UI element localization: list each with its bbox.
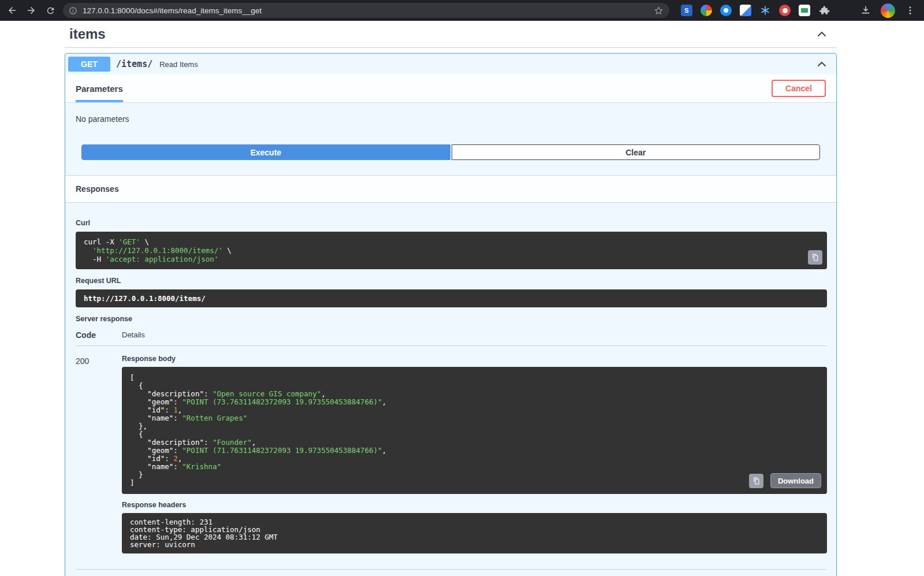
documented-responses-header: Responses — [76, 569, 827, 576]
parameters-tab-label: Parameters — [76, 84, 123, 94]
operation-summary[interactable]: GET /items/ Read Items — [65, 54, 836, 75]
copy-response-button[interactable] — [749, 474, 763, 488]
reload-icon — [46, 6, 55, 16]
tag-title: items — [69, 26, 106, 42]
extension-mail-icon[interactable] — [799, 5, 810, 16]
menu-dots-icon — [905, 5, 915, 16]
extensions-row: S — [681, 5, 830, 16]
execute-button[interactable]: Execute — [81, 144, 450, 160]
extension-pinwheel-icon[interactable] — [701, 5, 712, 16]
response-details: Response body [ { "description": "Open s… — [122, 355, 827, 561]
operation-body: Parameters Cancel No parameters Execute … — [65, 75, 836, 576]
reload-button[interactable] — [43, 3, 57, 17]
extension-blue-circle-dot — [724, 8, 728, 13]
extension-s-letter: S — [684, 7, 688, 14]
response-headers-text: content-length: 231content-type: applica… — [130, 518, 819, 548]
details-column-header: Details — [122, 330, 827, 340]
site-info-icon[interactable] — [69, 6, 77, 15]
extension-pages-icon[interactable] — [740, 5, 751, 16]
swagger-content: items GET /items/ Read Items Parameters — [65, 21, 837, 576]
response-body-block: [ { "description": "Open source GIS comp… — [122, 367, 827, 494]
chevron-up-icon — [816, 28, 828, 40]
no-parameters-text: No parameters — [76, 114, 826, 124]
browser-toolbar: 127.0.0.1:8000/docs#/items/read_items_it… — [0, 0, 924, 21]
back-button[interactable] — [5, 3, 19, 17]
forward-button[interactable] — [24, 3, 38, 17]
execute-wrapper: Execute Clear — [65, 144, 836, 175]
copy-curl-button[interactable] — [808, 250, 822, 265]
operation-block-get-items: GET /items/ Read Items Parameters Cancel… — [65, 53, 837, 576]
swagger-docs-page: items GET /items/ Read Items Parameters — [0, 21, 924, 576]
live-response-row: 200 Response body [ { "description": "Op… — [76, 346, 827, 561]
responses-section-header: Responses — [65, 175, 836, 203]
extension-mail-band — [801, 8, 808, 13]
server-response-label: Server response — [76, 315, 827, 324]
responses-title: Responses — [76, 184, 826, 194]
extension-red-circle-dot — [783, 8, 788, 13]
response-headers-block: content-length: 231content-type: applica… — [122, 513, 827, 553]
request-url-text: http://127.0.0.1:8000/items/ — [84, 294, 819, 303]
response-headers-label: Response headers — [122, 501, 827, 509]
snowflake-glyph — [760, 5, 770, 16]
download-arrow-icon — [860, 5, 871, 16]
request-url-label: Request URL — [76, 277, 827, 285]
parameters-body: No parameters — [65, 103, 836, 144]
address-bar[interactable]: 127.0.0.1:8000/docs#/items/read_items_it… — [63, 3, 669, 18]
extension-red-circle-icon[interactable] — [779, 5, 791, 16]
extension-snowflake-icon[interactable] — [759, 5, 771, 16]
operation-summary-text: Read Items — [159, 60, 198, 69]
code-column-header: Code — [76, 330, 122, 340]
browser-menu-button[interactable] — [904, 5, 916, 16]
tab-parameters[interactable]: Parameters — [76, 75, 123, 102]
forward-arrow-icon — [26, 5, 36, 16]
bookmark-star-icon[interactable] — [654, 6, 664, 16]
request-url-block: http://127.0.0.1:8000/items/ — [76, 289, 827, 307]
response-body-label: Response body — [122, 355, 827, 363]
puzzle-glyph — [819, 5, 830, 16]
downloads-button[interactable] — [860, 5, 871, 16]
response-table-head: Code Details — [76, 330, 827, 346]
back-arrow-icon — [7, 5, 17, 16]
browser-right-controls — [860, 3, 916, 18]
extension-s-icon[interactable]: S — [681, 5, 692, 16]
curl-command-block: curl -X 'GET' \ 'http://127.0.0.1:8000/i… — [76, 232, 827, 269]
response-body-controls: Download — [749, 473, 821, 488]
server-response-table: Code Details 200 Response body [ { "desc… — [76, 330, 827, 561]
curl-command-text: curl -X 'GET' \ 'http://127.0.0.1:8000/i… — [84, 237, 819, 263]
url-text[interactable]: 127.0.0.1:8000/docs#/items/read_items_it… — [83, 6, 654, 15]
clipboard-icon — [811, 254, 819, 261]
operation-collapse-button[interactable] — [816, 58, 828, 70]
tag-collapse-button[interactable] — [816, 28, 828, 40]
response-status-code: 200 — [76, 355, 122, 561]
clipboard-icon — [752, 477, 760, 485]
operation-path: /items/ — [116, 59, 152, 69]
left-edge-shadow — [0, 50, 9, 477]
method-badge: GET — [68, 57, 110, 72]
clear-button[interactable]: Clear — [452, 144, 821, 160]
chevron-up-icon — [816, 58, 828, 70]
extensions-puzzle-icon[interactable] — [818, 5, 830, 16]
curl-label: Curl — [76, 219, 827, 228]
tag-section-header: items — [65, 21, 837, 48]
response-body-text: [ { "description": "Open source GIS comp… — [130, 374, 819, 487]
download-button[interactable]: Download — [770, 473, 821, 488]
responses-wrapper: Responses Curl curl -X 'GET' \ 'http://1… — [65, 175, 836, 576]
profile-avatar[interactable] — [881, 3, 895, 18]
responses-inner: Curl curl -X 'GET' \ 'http://127.0.0.1:8… — [65, 203, 836, 576]
parameters-section-header: Parameters Cancel — [65, 75, 836, 103]
cancel-button[interactable]: Cancel — [772, 80, 826, 97]
extension-blue-circle-icon[interactable] — [720, 5, 732, 16]
